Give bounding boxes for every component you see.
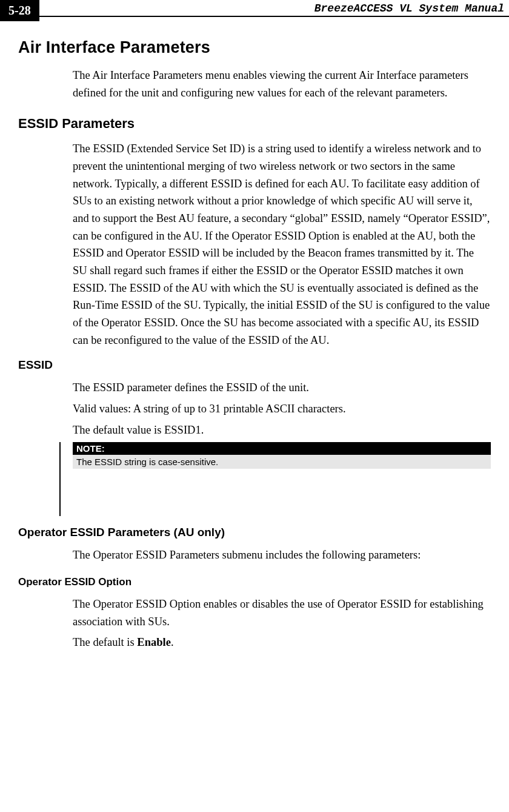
note-side-rule (59, 442, 61, 516)
para-air-interface-intro: The Air Interface Parameters menu enable… (73, 67, 491, 101)
note-block: NOTE: The ESSID string is case-sensitive… (59, 442, 491, 516)
para-essid-valid-values: Valid values: A string of up to 31 print… (73, 400, 491, 418)
header-right: BreezeACCESS VL System Manual (39, 0, 509, 21)
default-suffix: . (171, 636, 174, 648)
para-operator-essid-option-desc: The Operator ESSID Option enables or dis… (73, 596, 491, 630)
para-essid-parameters: The ESSID (Extended Service Set ID) is a… (73, 140, 491, 349)
heading-operator-essid-option: Operator ESSID Option (18, 576, 491, 588)
note-text: The ESSID string is case-sensitive. (73, 455, 491, 469)
para-operator-essid-parameters: The Operator ESSID Parameters submenu in… (73, 546, 491, 564)
heading-operator-essid-parameters: Operator ESSID Parameters (AU only) (18, 526, 491, 539)
heading-essid-parameters: ESSID Parameters (18, 116, 491, 132)
para-essid-default: The default value is ESSID1. (73, 421, 491, 439)
page-header: 5-28 BreezeACCESS VL System Manual (0, 0, 509, 21)
para-essid-def: The ESSID parameter defines the ESSID of… (73, 379, 491, 397)
default-prefix: The default is (73, 636, 137, 648)
para-operator-essid-option-default: The default is Enable. (73, 634, 491, 651)
page-number: 5-28 (0, 0, 39, 21)
default-value-bold: Enable (137, 636, 171, 648)
note-label: NOTE: (73, 442, 491, 455)
note-body: NOTE: The ESSID string is case-sensitive… (73, 442, 491, 516)
manual-title: BreezeACCESS VL System Manual (39, 0, 509, 16)
header-rule (39, 16, 509, 17)
heading-air-interface-parameters: Air Interface Parameters (18, 38, 491, 57)
document-page: 5-28 BreezeACCESS VL System Manual Air I… (0, 0, 509, 812)
heading-essid: ESSID (18, 358, 491, 372)
